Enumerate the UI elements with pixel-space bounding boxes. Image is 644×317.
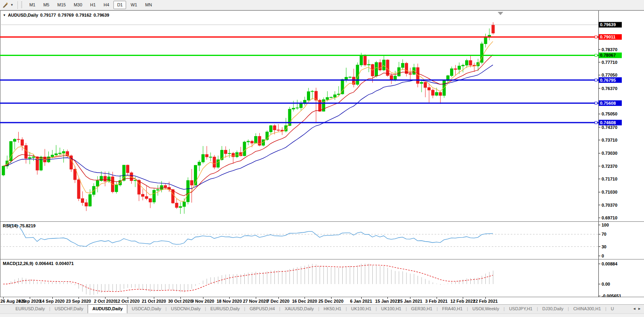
candles-layer <box>2 22 494 214</box>
macd-tick-label: -0.005651 <box>602 294 621 297</box>
price-tick-label: 0.73030 <box>602 151 617 156</box>
tab-GBPUSD-H4[interactable]: GBPUSD,H4 <box>245 305 279 313</box>
tab-scroll-arrows[interactable]: ◄► <box>632 307 643 311</box>
price-tick-label: 0.78370 <box>602 47 617 52</box>
toolbar-separator <box>17 1 18 9</box>
rsi-label: RSI(14) 75.8219 <box>3 223 36 228</box>
date-tick-label: 18 Nov 2020 <box>217 299 242 304</box>
timeframe-button-M1[interactable]: M1 <box>26 1 39 9</box>
level-price-label: 0.74608 <box>600 120 616 125</box>
tab-DJ30-Daily[interactable]: DJ30,Daily <box>538 305 568 313</box>
ma-fast-line <box>3 41 493 201</box>
level-price-label: 0.75608 <box>600 101 616 106</box>
tab-USDCAD-Daily[interactable]: USDCAD,Daily <box>127 305 165 313</box>
macd-tick-label: 0.00884 <box>602 261 618 266</box>
price-tick-label: 0.71710 <box>602 177 617 181</box>
date-tick-label: 23 Sep 2020 <box>66 299 91 304</box>
timeframe-button-group: M1M5M15M30H1H4D1W1MN <box>25 1 156 9</box>
timeframe-button-M5[interactable]: M5 <box>40 1 53 9</box>
macd-histogram <box>4 263 493 295</box>
rsi-axis: 10070300 <box>598 222 609 259</box>
tab-USDCNH-Daily[interactable]: USDCNH,Daily <box>167 305 205 313</box>
price-tick-label: 0.74370 <box>602 125 617 130</box>
tab-USDCHF-Daily[interactable]: USDCHF,Daily <box>50 305 88 313</box>
date-tick-label: 30 Oct 2020 <box>168 299 192 304</box>
tab-GER30-H1[interactable]: GER30,H1 <box>407 305 437 313</box>
price-tick-label: 0.69710 <box>602 215 617 220</box>
timeframe-button-D1[interactable]: D1 <box>113 1 126 9</box>
date-tick-label: 22 Feb 2021 <box>473 299 498 304</box>
candlestick-chart-canvas[interactable]: 0.783700.777100.770500.763700.750500.743… <box>0 11 644 221</box>
macd-signal-value: 0.004071 <box>56 261 74 266</box>
date-tick-label: 16 Dec 2020 <box>292 299 317 304</box>
rsi-tick-label: 100 <box>602 223 609 227</box>
macd-value: 0.006441 <box>35 261 54 266</box>
level-price-label: 0.78067 <box>600 53 616 58</box>
top-toolbar: ▼ M1M5M15M30H1H4D1W1MN <box>0 0 644 10</box>
tab-U[interactable]: U <box>606 305 618 313</box>
price-tick-label: 0.76370 <box>602 86 617 91</box>
price-tick-label: 0.70370 <box>602 203 617 207</box>
date-tick-label: 15 Jan 2021 <box>375 299 400 304</box>
timeframe-button-MN[interactable]: MN <box>142 1 155 9</box>
status-strip <box>0 313 644 317</box>
ohlc-close: 0.79639 <box>94 13 109 17</box>
tab-USOil-Weekly[interactable]: USOil,Weekly <box>468 305 504 313</box>
level-lines[interactable] <box>0 36 598 124</box>
macd-name: MACD(12,26,9) <box>3 261 33 266</box>
date-tick-label: 21 Oct 2020 <box>142 299 166 304</box>
tab-UK100-H1[interactable]: UK100,H1 <box>347 305 376 313</box>
price-tick-label: 0.71030 <box>602 190 617 194</box>
chart-tabs-bar: EURUSD,Daily|USDCHF,DailyAUDUSD,DailyUSD… <box>0 304 644 313</box>
timeframe-button-H1[interactable]: H1 <box>86 1 99 9</box>
rsi-value: 75.8219 <box>20 223 36 228</box>
date-tick-label: 12 Feb 2021 <box>450 299 475 304</box>
tab-UK100-H1[interactable]: UK100,H1 <box>377 305 406 313</box>
timeframe-button-M15[interactable]: M15 <box>54 1 69 9</box>
rsi-line <box>7 225 493 246</box>
chart-symbol-label: AUDUSD,Daily <box>8 13 38 17</box>
toolbar-grip-handle[interactable] <box>20 2 23 9</box>
tab-HK50-H1[interactable]: HK50,H1 <box>319 305 346 313</box>
rsi-chart-canvas[interactable]: 10070300 <box>0 222 644 259</box>
level-price-label: 0.76795 <box>600 78 616 83</box>
tab-EURUSD-Daily[interactable]: EURUSD,Daily <box>11 305 49 313</box>
date-tick-label: 25 Dec 2020 <box>318 299 343 304</box>
date-tick-label: 2 Oct 2020 <box>94 299 116 304</box>
date-tick-label: 25 Jan 2021 <box>398 299 422 304</box>
tab-scroll-left-icon[interactable]: ◄ <box>632 307 638 311</box>
date-tick-label: 27 Nov 2020 <box>243 299 268 304</box>
price-tick-label: 0.73710 <box>602 138 617 142</box>
date-tick-label: 3 Feb 2021 <box>425 299 447 304</box>
macd-axis: 0.008840.00-0.005651 <box>598 259 621 297</box>
price-axis[interactable]: 0.783700.777100.770500.763700.750500.743… <box>598 11 622 221</box>
timeframe-button-W1[interactable]: W1 <box>127 1 141 9</box>
symbol-dropdown-icon[interactable]: ▼ <box>3 13 6 17</box>
rsi-indicator-panel[interactable]: RSI(14) 75.8219 10070300 <box>0 221 644 259</box>
date-axis[interactable]: 26 Aug 20204 Sep 202014 Sep 202023 Sep 2… <box>0 297 644 304</box>
timeframe-button-M30[interactable]: M30 <box>70 1 86 9</box>
rsi-tick-label: 70 <box>602 232 606 236</box>
tab-AUDUSD-Daily[interactable]: AUDUSD,Daily <box>88 304 127 313</box>
current-price-label: 0.79639 <box>600 22 616 27</box>
cursor-tool-icon[interactable] <box>2 2 10 9</box>
date-tick-label: 6 Jan 2021 <box>350 299 372 304</box>
price-tick-label: 0.77710 <box>602 60 617 65</box>
ohlc-high: 0.79769 <box>58 13 74 17</box>
tab-scroll-right-icon[interactable]: ► <box>638 307 643 311</box>
tab-EURUSD-Daily[interactable]: EURUSD,Daily <box>206 305 244 313</box>
main-chart-panel[interactable]: ▼ AUDUSD,Daily 0.79177 0.79769 0.79162 0… <box>0 10 644 221</box>
chevron-down-icon[interactable]: ▼ <box>10 3 16 7</box>
timeframe-button-H4[interactable]: H4 <box>100 1 113 9</box>
chart-shift-marker-icon[interactable] <box>498 12 503 15</box>
tab-FRA40-H1[interactable]: FRA40,H1 <box>438 305 467 313</box>
macd-tick-label: 0.00 <box>602 282 610 286</box>
tab-XAUUSD-Daily[interactable]: XAUUSD,Daily <box>280 305 318 313</box>
date-tick-label: 4 Sep 2020 <box>18 299 41 304</box>
macd-label: MACD(12,26,9) 0.006441 0.004071 <box>3 261 74 266</box>
macd-indicator-panel[interactable]: MACD(12,26,9) 0.006441 0.004071 0.008840… <box>0 259 644 297</box>
tab-USDJPY-H1[interactable]: USDJPY,H1 <box>505 305 537 313</box>
date-tick-label: 9 Nov 2020 <box>192 299 214 304</box>
macd-chart-canvas[interactable]: 0.008840.00-0.005651 <box>0 259 644 297</box>
tab-CHINA300-H1[interactable]: CHINA300,H1 <box>569 305 606 313</box>
